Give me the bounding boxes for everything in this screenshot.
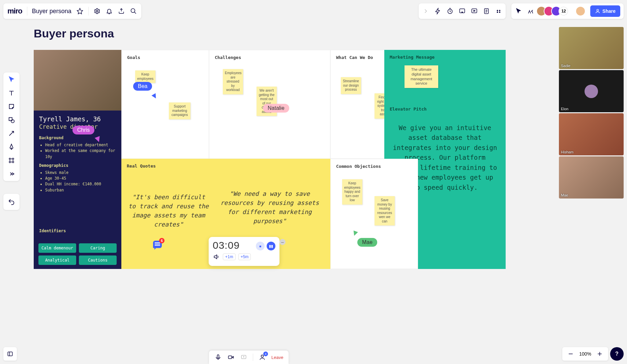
arrow-tool-icon[interactable] (8, 130, 15, 137)
persona-card[interactable]: Tyrell James, 36 Creative director Backg… (34, 50, 121, 269)
divider (88, 7, 89, 16)
svg-point-13 (11, 120, 14, 123)
notes-icon[interactable] (483, 7, 488, 15)
tag[interactable]: Calm demenour (38, 243, 76, 253)
section-head: Goals (122, 50, 209, 65)
persona-bg-list: Head of creative department Worked at th… (39, 142, 116, 160)
present-icon[interactable] (471, 7, 478, 15)
section-head: Common Objections (331, 159, 418, 174)
cursor-bea: Bea (133, 82, 152, 91)
select-tool-icon[interactable] (8, 76, 15, 83)
persona-tags: Calm demenour Caring Analytical Cautions (38, 243, 117, 265)
export-icon[interactable] (118, 7, 125, 15)
cursor-mae: Mae (357, 238, 377, 247)
bolt-icon[interactable] (434, 7, 442, 15)
sound-icon[interactable] (213, 253, 220, 261)
timer-stop-btn[interactable]: ■ (256, 242, 265, 250)
tag[interactable]: Analytical (38, 255, 76, 265)
sticky[interactable]: Streamline our design process (341, 77, 361, 94)
persona-bg-head: Background (39, 135, 116, 140)
sticky[interactable]: Keep employees happy and turn over low (342, 179, 362, 205)
chevron-right-icon[interactable] (422, 7, 429, 15)
comment-indicator[interactable]: 6 (153, 241, 162, 248)
quote: "It's been difficult to track and reuse … (128, 192, 209, 229)
persona-id-head: Identifiers (39, 229, 66, 233)
board-title[interactable]: Buyer persona (32, 8, 71, 15)
comment-count: 6 (159, 238, 165, 243)
persona-demo-head: Demographics (39, 163, 116, 168)
star-icon[interactable] (76, 7, 84, 15)
search-icon[interactable] (130, 7, 137, 15)
screen-icon[interactable] (458, 7, 466, 15)
miro-logo: miro (7, 7, 22, 16)
svg-point-4 (462, 12, 463, 13)
page-title: Buyer persona (34, 27, 114, 40)
section-head: Real Quotes (121, 159, 330, 173)
board-canvas[interactable]: Tyrell James, 36 Creative director Backg… (34, 50, 472, 269)
svg-point-0 (96, 10, 98, 12)
more-tools-icon[interactable] (8, 170, 15, 178)
cursor-chris: Chris (72, 126, 94, 134)
objections-section[interactable]: Common Objections Keep employees happy a… (330, 159, 418, 269)
frame-tool-icon[interactable] (8, 157, 15, 164)
sticky[interactable]: Support marketing campaigns (169, 102, 190, 119)
sticky[interactable]: Save money by reusing resources wen we c… (375, 196, 395, 225)
undo-button[interactable] (3, 194, 20, 210)
pen-tool-icon[interactable] (8, 143, 15, 151)
shape-tool-icon[interactable] (8, 116, 15, 124)
divider (27, 7, 27, 16)
sticky[interactable]: Keep employees (135, 70, 155, 83)
timer-collapse-icon[interactable]: – (279, 239, 286, 245)
cursor-natalie: Natalie (263, 104, 289, 113)
tag[interactable]: Cautions (79, 255, 117, 265)
persona-photo (34, 50, 121, 111)
left-toolbar (3, 72, 20, 181)
tag[interactable]: Caring (79, 243, 117, 253)
bell-icon[interactable] (106, 7, 113, 15)
quote: "We need a way to save resources by reus… (219, 189, 320, 225)
sticky-tool-icon[interactable] (8, 103, 15, 110)
section-head: Elevator Pitch (384, 102, 488, 116)
persona-demo-list: Skews male Age 30-45 Dual HH income: €14… (39, 170, 116, 193)
timer-plus1[interactable]: +1m (223, 253, 236, 260)
timer-plus5[interactable]: +5m (238, 253, 251, 260)
sticky[interactable]: Employees are stressed by workload (223, 69, 243, 94)
timer-widget[interactable]: – 03:09 ■ ▮▮ +1m +5m (209, 237, 279, 266)
text-tool-icon[interactable] (8, 89, 15, 97)
timer-icon[interactable] (446, 7, 454, 15)
persona-name: Tyrell James, 36 (39, 115, 116, 123)
goals-section[interactable]: Goals Keep employees Support marketing c… (121, 50, 209, 159)
section-head: Challenges (209, 50, 330, 65)
timer-pause-btn[interactable]: ▮▮ (267, 242, 275, 250)
settings-icon[interactable] (93, 7, 101, 15)
section-head: Marketing Message (384, 50, 488, 64)
sticky[interactable]: The ultimate digital asset management se… (405, 65, 438, 88)
svg-point-1 (131, 9, 135, 13)
marketing-message-section[interactable]: Marketing Message The ultimate digital a… (384, 50, 488, 102)
